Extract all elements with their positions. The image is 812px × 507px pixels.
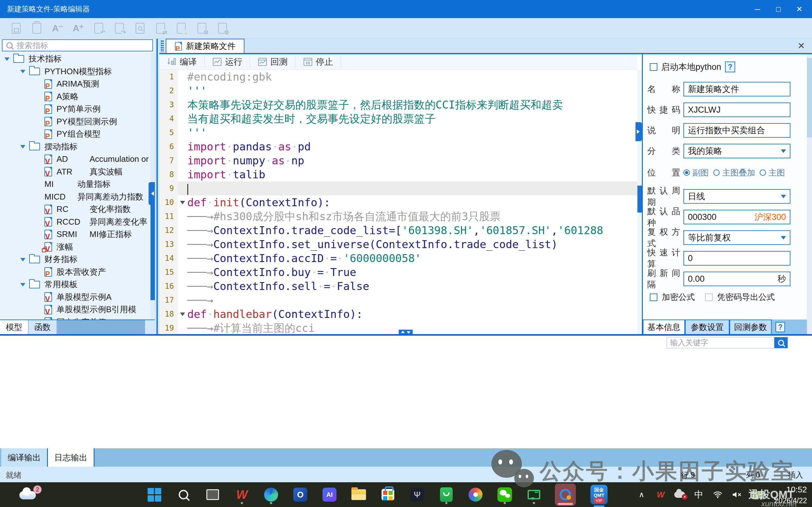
tree-item-单股模型示例B[interactable]: V单股模型示例B引用模 [0, 303, 151, 316]
find-in-page-icon[interactable] [134, 21, 146, 35]
panel-scrollbar-thumb[interactable] [807, 58, 812, 137]
tree-item-PY简单示例[interactable]: PPY简单示例 [0, 103, 151, 115]
editor-scrollbar[interactable] [637, 70, 642, 334]
tab-model[interactable]: 模型 [0, 320, 29, 334]
taskbar-qmt-vip[interactable]: 国金QMTVIP [589, 484, 609, 506]
tree-item-AD[interactable]: VADAccumulation or [0, 153, 151, 166]
code-line-13[interactable]: 13───→ContextInfo.set_universe(ContextIn… [159, 237, 637, 251]
taskbar-start[interactable] [146, 485, 163, 504]
description-field[interactable]: 运行指数中买卖组合 [684, 123, 791, 138]
code-line-18[interactable]: 18def·handlebar(ContextInfo): [159, 307, 637, 321]
tree-item-财务指标[interactable]: 财务指标 [0, 253, 151, 266]
save-icon[interactable] [10, 21, 22, 35]
expander-icon[interactable] [20, 258, 25, 264]
refresh-field[interactable]: 0.00秒 [684, 272, 791, 286]
tree-item-SRMI[interactable]: VSRMIMI修正指标 [0, 228, 151, 241]
tree-item-MI[interactable]: MI动量指标 [0, 178, 151, 191]
editor-scrollbar-thumb[interactable] [637, 186, 642, 213]
paste-icon[interactable] [31, 21, 43, 35]
taskbar-app-store-green[interactable] [438, 485, 454, 504]
position-option-主图[interactable]: 主图 [760, 167, 785, 178]
name-field[interactable]: 新建策略文件 [684, 82, 791, 97]
code-line-6[interactable]: 6import·pandas·as·pd [159, 139, 637, 154]
code-line-19[interactable]: 19───→#计算当前主图的cci [159, 321, 637, 334]
font-decrease-icon[interactable]: A⁻ [51, 21, 63, 35]
panel-splitter[interactable] [155, 39, 159, 334]
taskbar-edge[interactable] [263, 485, 279, 504]
wifi-icon[interactable] [712, 491, 723, 499]
tree-item-技术指标[interactable]: 技术指标 [0, 53, 151, 65]
code-line-14[interactable]: 14───→ContextInfo.accID·=·'6000000058' [159, 251, 637, 265]
editor-backtest-button[interactable]: 回测 [250, 56, 295, 68]
tree-item-涨幅[interactable]: V涨幅 [0, 241, 151, 253]
indicator-search-box[interactable] [2, 39, 153, 51]
indicator-search-input[interactable] [16, 41, 152, 50]
tab-log-output[interactable]: 日志输出 [48, 448, 95, 467]
expander-icon[interactable] [20, 283, 25, 289]
tree-item-RC[interactable]: VRC变化率指数 [0, 203, 151, 216]
tree-item-A策略[interactable]: PA策略 [0, 91, 151, 103]
code-line-1[interactable]: 1#encoding:gbk [159, 70, 637, 84]
code-line-2[interactable]: 2''' [159, 84, 637, 98]
taskbar-file-explorer[interactable] [350, 485, 367, 504]
export-icon[interactable]: → [175, 21, 187, 35]
run-config-icon[interactable]: ⚙ [196, 21, 208, 35]
code-line-4[interactable]: 4当有超买和超卖发生时，交易事先设定好的股票篮子 [159, 112, 637, 126]
drag-handle-icon[interactable] [161, 40, 164, 52]
taskbar-task-view[interactable] [205, 485, 221, 504]
keyword-search-button[interactable] [774, 337, 788, 348]
panel-scrollbar[interactable] [807, 54, 812, 334]
horizontal-splitter-handle[interactable] [399, 330, 413, 334]
wps-tray-icon[interactable]: W [655, 490, 666, 500]
adjust-dropdown[interactable]: 等比前复权 [684, 230, 791, 245]
tab-basic-info[interactable]: 基本信息 [643, 320, 685, 334]
taskbar-qmt-terminal[interactable] [555, 484, 576, 506]
tab-compile-output[interactable]: 编译输出 [1, 448, 48, 467]
taskbar-chat-green[interactable] [526, 485, 542, 504]
code-line-3[interactable]: 3本策略事先设定好交易的股票篮子，然后根据指数的CCI指标来判断超买和超卖 [159, 98, 637, 112]
radio-icon[interactable] [760, 169, 766, 176]
taskbar-wps[interactable]: W [234, 485, 250, 504]
editor-tab-active[interactable]: P 新建策略文件 [166, 39, 245, 53]
editor-stop-button[interactable]: 停止 [295, 56, 341, 68]
panel-close-icon[interactable]: ✕ [798, 41, 805, 51]
tree-item-股本营收资产[interactable]: P股本营收资产 [0, 266, 151, 279]
code-line-8[interactable]: 8import·talib [159, 168, 637, 181]
redo-icon[interactable]: ↷ [113, 21, 125, 35]
editor-compile-button[interactable]: 编译 [159, 56, 205, 68]
taskbar-ai-assistant[interactable]: AI [321, 485, 338, 504]
editor-collapse-handle[interactable] [636, 122, 642, 141]
radio-icon[interactable] [713, 169, 720, 176]
fold-arrow-icon[interactable] [180, 313, 185, 319]
tray-expand-icon[interactable]: ∧ [636, 490, 647, 499]
symbol-field[interactable]: 000300沪深300 [684, 210, 791, 224]
help-icon[interactable]: ? [775, 322, 785, 332]
category-dropdown[interactable]: 我的策略 [684, 144, 791, 158]
weather-widget[interactable]: 2 [17, 486, 43, 504]
quickcalc-field[interactable]: 0 [684, 251, 791, 266]
tree-item-PY模型回测示例[interactable]: PPY模型回测示例 [0, 115, 151, 128]
maximize-button[interactable]: □ [770, 2, 787, 16]
local-python-checkbox[interactable] [650, 63, 657, 71]
tree-item-PYTHON模型指标[interactable]: PYTHON模型指标 [0, 65, 151, 78]
tree-item-ATR[interactable]: VATR真实波幅 [0, 166, 151, 178]
code-line-11[interactable]: 11───→#hs300成分股中sh和sz市场各自流通市值最大的前3只股票 [159, 209, 637, 223]
taskbar-search[interactable] [175, 485, 192, 504]
code-line-12[interactable]: 12───→ContextInfo.trade_code_list=['6013… [159, 223, 637, 237]
editor-run-button[interactable]: 运行 [205, 56, 250, 68]
tree-item-单股模型示例A[interactable]: V单股模型示例A [0, 291, 151, 303]
page-config-icon[interactable]: ⚙ [216, 21, 228, 35]
font-increase-icon[interactable]: A⁺ [72, 21, 84, 35]
minimize-button[interactable]: ─ [749, 2, 766, 16]
ime-indicator-icon[interactable]: 中 [693, 489, 704, 501]
tree-item-摆动指标[interactable]: 摆动指标 [0, 140, 151, 153]
taskbar-microsoft-store[interactable] [380, 485, 396, 504]
sidebar-collapse-handle[interactable] [149, 182, 155, 205]
tree-item-ARIMA预测[interactable]: PARIMA预测 [0, 78, 151, 91]
code-line-16[interactable]: 16───→ContextInfo.sell·=·False [159, 279, 637, 293]
radio-icon[interactable] [684, 169, 690, 176]
close-button[interactable]: ✕ [791, 2, 808, 16]
code-line-17[interactable]: 17───→ [159, 293, 637, 307]
fold-arrow-icon[interactable] [180, 201, 185, 207]
keyword-search-box[interactable] [667, 337, 788, 348]
